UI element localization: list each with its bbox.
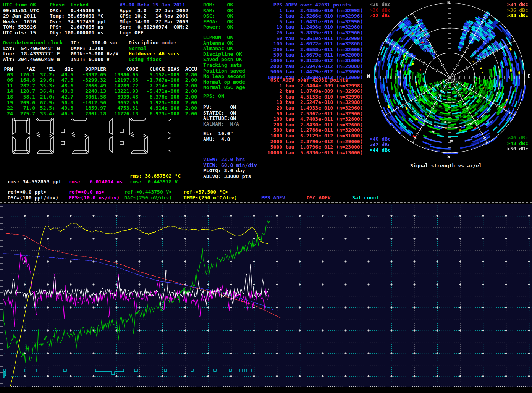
legend-sat-count: Sat count (352, 195, 379, 201)
dbc-scale-high: >40 dBc>42 dBc>44 dBc (370, 136, 391, 153)
text-line: STATIC: ON (203, 110, 239, 116)
text-line: 09:51:51 UTC (3, 8, 39, 14)
strip-chart[interactable] (0, 204, 532, 387)
cell: CLOCK BIAS (138, 66, 179, 72)
adev-row: 5 tau 1.6431e-010 (n=32990) (267, 19, 363, 25)
cell: PRN (3, 66, 13, 72)
cell: 4753.31 (106, 105, 138, 111)
clock-segment (109, 137, 112, 152)
lady-heather-console: { "colors": { "green":"#00cc00","dkgreen… (0, 0, 532, 393)
cell: 13986.65 (106, 72, 138, 78)
cell: 47.8 (55, 78, 73, 83)
clock-colon-dot (120, 129, 123, 133)
cell: 2801.18 (73, 111, 106, 117)
clock-segment (168, 119, 171, 134)
clock-segment (37, 134, 52, 137)
text-line: >30 dBc (370, 8, 391, 13)
text-line: VIEW: 60.0 min/div (203, 163, 257, 168)
text-line: UTC time OK (3, 2, 39, 8)
text-line: >40 dBc (370, 136, 391, 142)
clock-segment (86, 137, 89, 152)
cell: 1.923e-008 (138, 100, 179, 106)
text-line: Discipline OK (203, 52, 245, 57)
cell: 42.7 (55, 94, 73, 100)
clock-segment (131, 134, 146, 137)
text-line: >32 dBc (370, 13, 391, 19)
text-line: Overdetermined clock (3, 40, 63, 46)
dbc-scale-low: <30 dBc>30 dBc>32 dBc (370, 2, 391, 19)
text-line: Antenna OK (203, 40, 245, 46)
plot-ref-scale: ref~<37.500 °C>TEMP~(250 m°C/div) (183, 189, 237, 201)
cell: -4.914e-008 (138, 105, 179, 111)
text-line: PPS~(10.0 ns/div) (69, 195, 120, 201)
adev-row: 10 tau 2.5247e-010 (n=32980) (267, 100, 363, 105)
cell: 6.973e-008 (138, 111, 179, 117)
cell: 21.0↓ (35, 94, 55, 100)
cell: 29.6↓ (35, 78, 55, 83)
cell: 52.5↓ (35, 105, 55, 111)
text-line: TC: 100.0 sec (71, 40, 118, 46)
cell: 06 (3, 78, 13, 83)
cell: -1.767e-008 (138, 78, 179, 83)
text-line: OSC: OK (203, 13, 233, 19)
text-line: Normal OSC age (203, 85, 245, 91)
rms-temp-readout: rms: 38.857502 °C (130, 173, 181, 179)
adev-row: 20 tau 9.8835e-011 (n=32960) (267, 30, 363, 36)
clock-segment (168, 137, 171, 152)
text-line: Saved posn OK (203, 57, 245, 63)
clock-segment (144, 137, 147, 152)
adev-row: 2 tau 2.5268e-010 (n=32996) (267, 13, 363, 19)
adev-row: 2 tau 1.0749e-009 (n=32996) (267, 89, 363, 94)
receiver-mode-panel: PV: ONSTATIC: ONALTITUDE:ONKALMAN: N/A (203, 105, 239, 127)
clock-segment (13, 118, 29, 121)
version-panel: V3.00 Beta 15 Jan 2011App: 3.0 27 Jun 20… (120, 2, 188, 36)
clock-segment (71, 119, 74, 134)
text-line: >48 dBc (507, 141, 528, 147)
cell: 12197.83 (106, 78, 138, 83)
status-panel: EEPROM OKAntenna OKAlmanac OKDiscipline … (203, 35, 245, 91)
text-line: ADEVQ: 33000 pts (203, 174, 257, 180)
clock-colon-dot (61, 129, 65, 133)
text-line: rms: 34.552853 ppt (8, 179, 61, 185)
cell: -3061.58 (73, 94, 106, 100)
text-line: OSC=(100 ppt/div) (8, 195, 58, 201)
health-panel: ROM: OKRAM: OKOSC: OKFPGA: OKPower: OK (203, 2, 233, 30)
adev-row: 200 tau 2.8430e-011 (n=32600) (267, 122, 363, 128)
cell: -1859.97 (73, 105, 106, 111)
cell: 2866.49 (73, 83, 106, 89)
dbc-scale-max: >46 dBc>48 dBc>50 dBc (507, 135, 528, 152)
clock-segment (27, 119, 30, 134)
adev-row: 100 tau 4.6072e-011 (n=32800) (267, 41, 363, 47)
adev-row: 500 tau 1.2788e-011 (n=32000) (267, 128, 363, 133)
satellite-table: PRN°AZ°ELdBcDOPPLERCODECLOCK BIASACCU031… (3, 66, 197, 116)
cell: 209.0 (13, 100, 35, 106)
text-line: >44 dBc (370, 147, 391, 153)
text-line: TOW: 553926 (3, 24, 39, 30)
text-line: >50 dBc (507, 146, 528, 152)
text-line: >34 dBc (507, 2, 528, 8)
adev-row: 2000 tau 2.8796e-012 (n=29000) (267, 139, 363, 145)
clock-segment (50, 137, 53, 152)
clock-segment (109, 119, 112, 134)
adev-row: 20 tau 1.4933e-010 (n=32960) (267, 105, 363, 111)
clock-segment (50, 119, 53, 134)
cell: 48.8 (55, 89, 73, 94)
adev-row: 1000 tau 6.2129e-012 (n=31000) (267, 133, 363, 139)
cell: 2.00 (179, 94, 197, 100)
adev-row: 1 tau 3.4856e-010 (n=32998) (267, 8, 363, 14)
legend-pps-adev: PPS ADEV (261, 195, 285, 201)
cell: 2.00 (179, 105, 197, 111)
text-line: INIT: 0.000 V (71, 57, 118, 63)
polar-signal-map (370, 0, 531, 160)
cell: 2.00 (179, 100, 197, 106)
text-line: Normal op mode (203, 79, 245, 85)
text-line: Holdover: 46 secs (129, 51, 179, 57)
clock-segment (130, 119, 133, 134)
cell: -1012.50 (73, 100, 106, 106)
cell: DOPPLER (73, 66, 106, 72)
clock-segment (37, 118, 52, 121)
cell: 67.9↓ (35, 100, 55, 106)
cell: -6.378e-008 (138, 94, 179, 100)
cell: CODE (106, 66, 138, 72)
sat-table-row: 11282.735.3↑48.62866.4914789.727.214e-00… (3, 83, 197, 89)
